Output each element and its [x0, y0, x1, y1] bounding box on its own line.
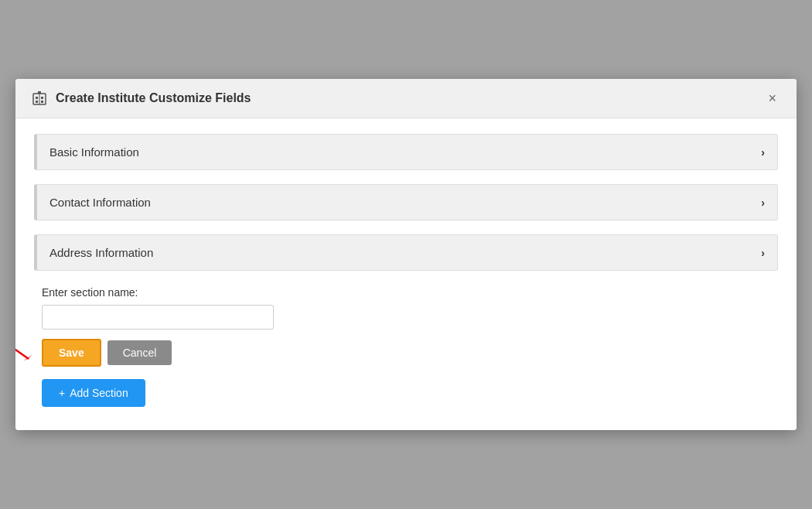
section-label-basic: Basic Information — [49, 145, 139, 159]
section-label-contact: Contact Information — [49, 196, 151, 209]
modal-header: Create Institute Customize Fields × — [15, 79, 797, 118]
section-item-basic[interactable]: Basic Information › — [34, 134, 778, 170]
modal-body: Basic Information › Contact Information … — [15, 118, 797, 430]
svg-rect-1 — [36, 97, 38, 99]
svg-rect-4 — [41, 101, 43, 103]
form-button-row: Save Cancel — [42, 339, 778, 367]
plus-icon: + — [59, 387, 65, 399]
svg-line-7 — [15, 344, 28, 358]
section-label-address: Address Information — [49, 246, 153, 259]
close-button[interactable]: × — [763, 90, 781, 107]
svg-rect-3 — [36, 101, 38, 103]
save-button[interactable]: Save — [42, 339, 101, 367]
arrow-indicator — [15, 340, 36, 364]
chevron-right-icon-address: › — [761, 247, 765, 259]
section-item-contact[interactable]: Contact Information › — [34, 184, 778, 220]
modal-title: Create Institute Customize Fields — [56, 91, 251, 105]
cancel-button[interactable]: Cancel — [107, 340, 172, 365]
svg-rect-2 — [41, 97, 43, 99]
add-section-label: Add Section — [70, 387, 128, 399]
chevron-right-icon-contact: › — [761, 196, 765, 209]
section-name-input[interactable] — [42, 305, 274, 330]
section-item-address[interactable]: Address Information › — [34, 234, 778, 271]
section-name-label: Enter section name: — [42, 286, 778, 299]
svg-rect-5 — [38, 91, 41, 94]
chevron-right-icon-basic: › — [761, 146, 765, 159]
add-section-button[interactable]: + Add Section — [42, 379, 145, 407]
modal-overlay: Create Institute Customize Fields × Basi… — [0, 0, 812, 509]
modal-dialog: Create Institute Customize Fields × Basi… — [15, 79, 797, 430]
building-icon — [31, 90, 48, 107]
add-section-form: Enter section name: Save Cancel + Add Se… — [34, 286, 778, 407]
modal-header-left: Create Institute Customize Fields — [31, 90, 251, 107]
